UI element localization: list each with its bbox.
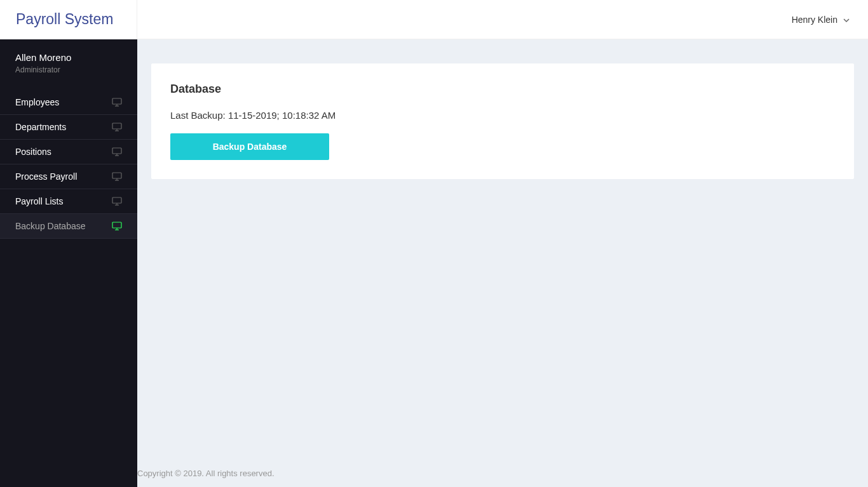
nav-item-payroll-lists[interactable]: Payroll Lists [0, 189, 137, 214]
header-user-name: Henry Klein [792, 15, 837, 25]
svg-rect-9 [112, 173, 121, 178]
nav-label: Process Payroll [15, 171, 77, 182]
monitor-icon [112, 197, 122, 206]
nav-item-positions[interactable]: Positions [0, 140, 137, 164]
nav-item-employees[interactable]: Employees [0, 90, 137, 115]
nav-menu: Employees Departments Positions [0, 90, 137, 239]
monitor-icon [112, 98, 122, 107]
nav-label: Positions [15, 147, 51, 157]
header-right: Henry Klein [137, 15, 868, 25]
nav-label: Departments [15, 122, 66, 132]
card-title: Database [170, 83, 835, 96]
monitor-icon [112, 222, 122, 230]
sidebar-user-role: Administrator [15, 65, 122, 74]
nav-label: Payroll Lists [15, 196, 63, 206]
monitor-icon [112, 172, 122, 181]
header: Payroll System Henry Klein [0, 0, 868, 39]
logo-area: Payroll System [0, 0, 137, 39]
nav-item-departments[interactable]: Departments [0, 115, 137, 140]
svg-rect-0 [112, 98, 121, 104]
sidebar-user-name: Allen Moreno [15, 52, 122, 63]
monitor-icon [112, 147, 122, 156]
nav-item-process-payroll[interactable]: Process Payroll [0, 164, 137, 189]
footer-text: Copyright © 2019. All rights reserved. [137, 469, 275, 478]
svg-rect-6 [112, 148, 121, 154]
content-wrapper: Database Last Backup: 11-15-2019; 10:18:… [137, 39, 868, 487]
last-backup-info: Last Backup: 11-15-2019; 10:18:32 AM [170, 110, 835, 121]
chevron-down-icon [843, 16, 850, 23]
sidebar: Allen Moreno Administrator Employees Dep… [0, 39, 137, 487]
backup-database-button[interactable]: Backup Database [170, 133, 329, 160]
nav-label: Backup Database [15, 221, 86, 231]
user-dropdown[interactable]: Henry Klein [792, 15, 850, 25]
svg-rect-15 [112, 222, 121, 228]
svg-rect-3 [112, 123, 121, 129]
app-title: Payroll System [16, 11, 113, 28]
monitor-icon [112, 123, 122, 131]
nav-item-backup-database[interactable]: Backup Database [0, 214, 137, 239]
svg-rect-12 [112, 197, 121, 203]
nav-label: Employees [15, 97, 59, 107]
sidebar-user-panel: Allen Moreno Administrator [0, 39, 137, 84]
content-card: Database Last Backup: 11-15-2019; 10:18:… [151, 63, 854, 179]
